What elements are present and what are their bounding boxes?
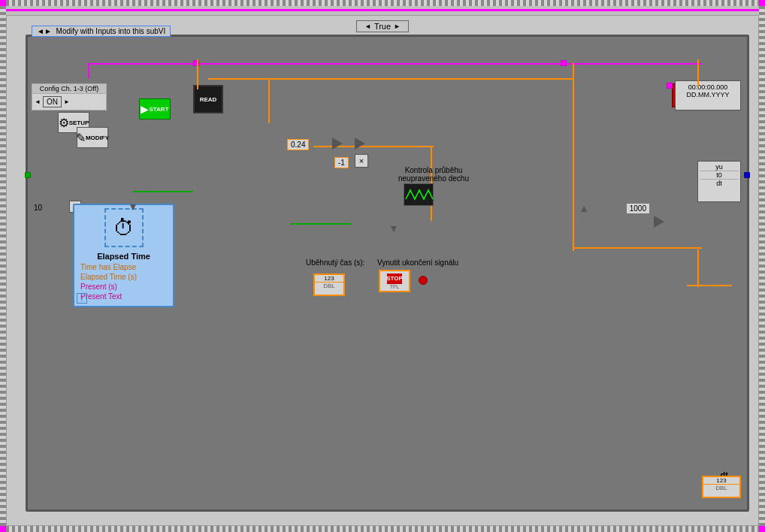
wire-pink-top-right xyxy=(567,63,702,65)
wire-orange-mid xyxy=(313,146,434,147)
elapsed-clock-icon: ⏱ xyxy=(104,208,144,247)
corner-tr xyxy=(759,0,765,6)
triangle-right-2 xyxy=(355,138,365,150)
wire-pink-right xyxy=(88,63,89,78)
border-top xyxy=(0,0,765,6)
deriv-dt: dt xyxy=(700,180,739,187)
wave-indicator xyxy=(404,183,434,206)
wire-orange-v1 xyxy=(268,78,270,123)
border-bottom xyxy=(0,526,765,532)
orange-h-bottom xyxy=(697,249,699,287)
wire-orange-h-right xyxy=(574,247,702,249)
true-label[interactable]: ◄ True ► xyxy=(356,20,409,32)
true-right-arrow: ► xyxy=(394,23,401,30)
corner-tl xyxy=(0,0,6,6)
arrow-down-v: ▼ xyxy=(389,222,399,234)
true-text: True xyxy=(374,22,391,31)
setup-label: SETUP xyxy=(69,119,89,126)
deriv-yu: yu xyxy=(700,163,739,171)
on-dropdown[interactable]: ON xyxy=(43,96,62,107)
wave-svg xyxy=(404,184,434,207)
triangle-right-1 xyxy=(332,138,343,150)
config-ch-body: ◄ ON ► xyxy=(32,94,106,110)
modify-block[interactable]: ✎ MODIFY xyxy=(77,127,108,148)
terminal-left xyxy=(25,172,31,178)
vynutit-label: Vynutit ukončení signálu xyxy=(377,258,458,267)
true-left-arrow: ◄ xyxy=(364,23,371,30)
red-indicator xyxy=(419,276,428,285)
elapsed-item-3: Present (s) xyxy=(74,282,173,292)
ubehnuty-dbl-bottom: DBL xyxy=(315,283,343,289)
wire-green-h2 xyxy=(291,223,351,225)
elapsed-item-1: Time has Elapse xyxy=(74,262,173,272)
orange-h-bottom2 xyxy=(687,285,732,286)
elapsed-item-2: Elapsed Time (s) xyxy=(74,272,173,282)
start-label: START xyxy=(149,106,168,113)
pink-top-line xyxy=(6,9,759,11)
setup-icon: ⚙ xyxy=(59,116,69,130)
ubehnuty-dbl-top: 123 xyxy=(315,275,343,283)
terminal-pink-2 xyxy=(561,60,567,66)
down-arrow: ▼ xyxy=(128,201,138,213)
read-label: READ xyxy=(200,96,217,103)
dt-dbl-box[interactable]: 123 DBL xyxy=(702,476,741,498)
orange-wire-v-left xyxy=(197,59,198,89)
corner-bl xyxy=(0,526,6,532)
corner-br xyxy=(759,526,765,532)
wire-orange-h1 xyxy=(208,78,574,80)
stop-sub-label: TFL xyxy=(390,284,399,289)
wire-green-h xyxy=(133,191,193,192)
triangle-right-mid xyxy=(654,216,664,228)
arrow-icon: ◄ xyxy=(35,98,41,105)
info-icon: i xyxy=(77,293,87,304)
modify-arrows: ◄► xyxy=(37,27,52,35)
time-line1: 00:00:00.000 xyxy=(678,83,738,91)
deriv-block[interactable]: yu t0 dt xyxy=(697,161,741,202)
modify-text: Modify with Inputs into this subVI xyxy=(56,27,166,35)
config-ch-title: Config Ch. 1-3 (Off) xyxy=(32,84,106,94)
modify-icon: ✎ xyxy=(76,131,86,145)
terminal-right xyxy=(744,172,750,178)
border-left xyxy=(0,0,6,532)
wire-pink-top xyxy=(88,63,567,65)
elapsed-item-4: Present Text xyxy=(74,292,173,301)
main-canvas: ◄ True ► ◄► Modify with Inputs into this… xyxy=(6,15,759,526)
modify-label: ◄► Modify with Inputs into this subVI xyxy=(32,26,171,37)
wire-orange-v2 xyxy=(573,63,574,251)
stop-sub-block[interactable]: STOP TFL xyxy=(379,270,410,292)
ubehnuty-dbl[interactable]: 123 DBL xyxy=(313,274,345,296)
num-10: 10 xyxy=(34,204,42,212)
ubehnuty-label: Uběhnutý čas (s): xyxy=(306,258,364,267)
val-neg1-box: -1 xyxy=(334,157,349,168)
multiply-box: × xyxy=(355,154,368,168)
inner-frame: ◄► Modify with Inputs into this subVI xyxy=(26,35,749,512)
pink-sq-right xyxy=(667,83,673,89)
start-play-icon: ▶ xyxy=(141,103,149,115)
elapsed-title: Elapsed Time xyxy=(74,250,173,262)
dt-dbl-bottom: DBL xyxy=(703,485,739,491)
start-block[interactable]: ▶ START xyxy=(139,98,171,119)
orange-h-top-right xyxy=(697,59,699,86)
elapsed-time-block[interactable]: ⏱ Elapsed Time Time has Elapse Elapsed T… xyxy=(73,204,174,307)
dt-dbl-top: 123 xyxy=(703,477,739,485)
kontrola-label: Kontrola průběhu neupraveného dechu xyxy=(389,166,479,183)
modify-block-label: MODIFY xyxy=(86,135,109,141)
border-right xyxy=(759,0,765,532)
arrow-right-icon: ► xyxy=(64,98,70,105)
time-display: 00:00:00.000 DD.MM.YYYY xyxy=(675,80,741,110)
read-block-inner: READ xyxy=(195,86,222,112)
val-024-box: 0.24 xyxy=(287,139,309,150)
triangle-down-right: ▲ xyxy=(579,202,589,214)
deriv-t0: t0 xyxy=(700,171,739,180)
val-1000: 1000 xyxy=(627,204,649,213)
config-ch-block[interactable]: Config Ch. 1-3 (Off) ◄ ON ► xyxy=(32,83,107,110)
outer-frame: ◄ True ► ◄► Modify with Inputs into this… xyxy=(0,0,765,532)
time-line2: DD.MM.YYYY xyxy=(678,91,738,98)
stop-sub-icon: STOP xyxy=(387,274,402,284)
